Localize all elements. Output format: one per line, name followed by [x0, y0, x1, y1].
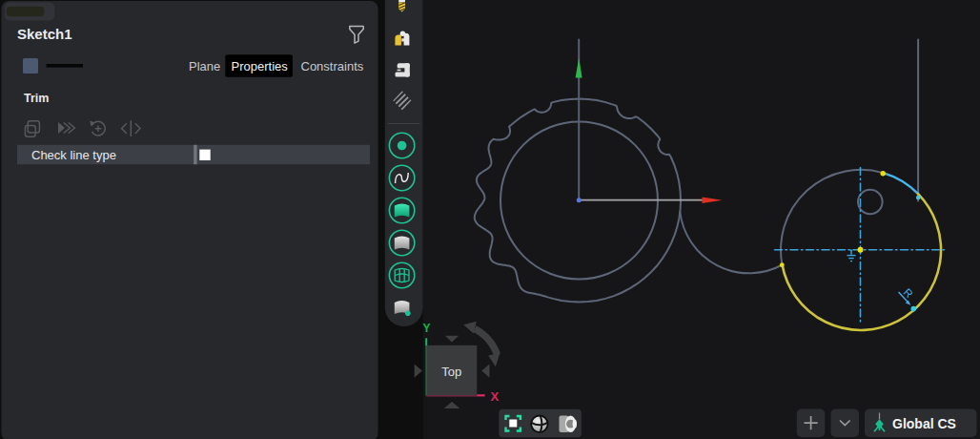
svg-text:Check line type: Check line type — [31, 148, 116, 162]
svg-text:Global CS: Global CS — [892, 416, 956, 431]
svg-text:Top: Top — [441, 365, 461, 379]
svg-text:Trim: Trim — [24, 92, 49, 105]
svg-text:Plane: Plane — [189, 59, 220, 73]
svg-text:Sketch1: Sketch1 — [17, 26, 72, 42]
svg-text:Constraints: Constraints — [301, 59, 364, 73]
svg-text:Y: Y — [423, 322, 431, 335]
svg-text:X: X — [491, 389, 500, 404]
svg-text:Properties: Properties — [232, 59, 289, 73]
